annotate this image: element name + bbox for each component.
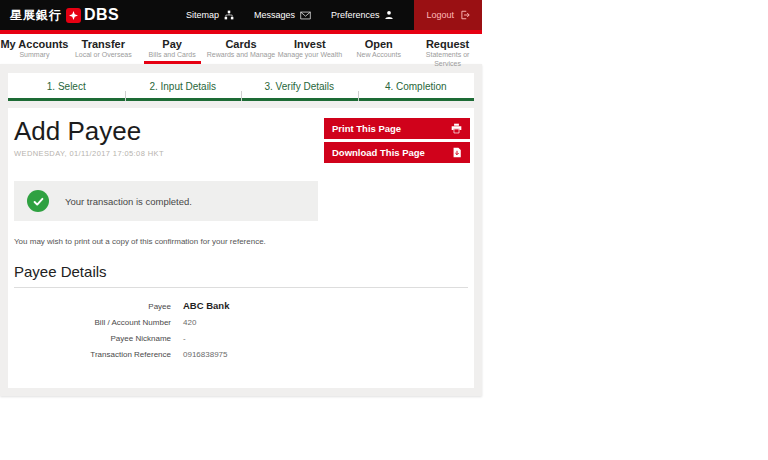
detail-row-account-number: Bill / Account Number 420 xyxy=(8,318,474,327)
nav-label: Cards xyxy=(207,38,276,50)
page-title: Add Payee xyxy=(14,116,164,146)
section-divider xyxy=(14,287,468,288)
nav-sublabel: Rewards and Manage xyxy=(207,50,276,59)
sitemap-link[interactable]: Sitemap xyxy=(186,10,234,20)
dbs-logo-text: DBS xyxy=(84,6,119,24)
detail-label: Payee Nickname xyxy=(8,334,171,343)
detail-label: Transaction Reference xyxy=(8,350,171,359)
step-verify-details: 3. Verify Details xyxy=(241,73,358,101)
success-message-text: Your transaction is completed. xyxy=(65,196,192,207)
logout-button[interactable]: Logout xyxy=(414,0,482,30)
detail-label: Payee xyxy=(8,302,171,311)
step-label: 1. Select xyxy=(47,81,86,92)
nav-sublabel: Summary xyxy=(0,50,69,59)
success-message-box: Your transaction is completed. xyxy=(14,181,318,221)
card-header: Add Payee WEDNESDAY, 01/11/2017 17:05:08… xyxy=(8,116,474,166)
sitemap-icon xyxy=(224,10,234,20)
step-completion: 4. Completion xyxy=(358,73,475,101)
preferences-link[interactable]: Preferences xyxy=(331,10,395,20)
nav-label: Invest xyxy=(275,38,344,50)
detail-value-payee: ABC Bank xyxy=(183,300,229,311)
nav-item-open[interactable]: Open New Accounts xyxy=(344,34,413,64)
step-label: 2. Input Details xyxy=(149,81,216,92)
step-input-details: 2. Input Details xyxy=(125,73,242,101)
main-content-card: Add Payee WEDNESDAY, 01/11/2017 17:05:08… xyxy=(8,108,474,388)
header-utility-links: Sitemap Messages Preferences Logout xyxy=(186,0,482,30)
download-this-page-button[interactable]: Download This Page xyxy=(324,142,470,163)
detail-row-transaction-reference: Transaction Reference 0916838975 xyxy=(8,350,474,359)
nav-item-invest[interactable]: Invest Manage your Wealth xyxy=(275,34,344,64)
nav-label: Transfer xyxy=(69,38,138,50)
dbs-logo[interactable]: 星展銀行 DBS xyxy=(10,6,186,24)
dbs-logo-mark-icon xyxy=(66,8,81,23)
title-block: Add Payee WEDNESDAY, 01/11/2017 17:05:08… xyxy=(14,116,164,158)
confirmation-note: You may wish to print out a copy of this… xyxy=(14,237,474,246)
step-label: 3. Verify Details xyxy=(265,81,334,92)
nav-item-cards[interactable]: Cards Rewards and Manage xyxy=(207,34,276,64)
nav-label: My Accounts xyxy=(0,38,69,50)
detail-value-account-number: 420 xyxy=(183,318,196,327)
nav-item-pay[interactable]: Pay Bills and Cards xyxy=(138,34,207,64)
print-this-page-button[interactable]: Print This Page xyxy=(324,118,470,139)
detail-row-payee: Payee ABC Bank xyxy=(8,300,474,311)
check-circle-icon xyxy=(27,190,49,212)
logout-button-label: Logout xyxy=(426,10,454,20)
nav-sublabel: Statements or Services xyxy=(413,50,482,68)
progress-steps: 1. Select 2. Input Details 3. Verify Det… xyxy=(8,73,474,101)
detail-row-nickname: Payee Nickname - xyxy=(8,334,474,343)
person-icon xyxy=(384,10,394,20)
nav-item-transfer[interactable]: Transfer Local or Overseas xyxy=(69,34,138,64)
step-select: 1. Select xyxy=(8,73,125,101)
content-region: 1. Select 2. Input Details 3. Verify Det… xyxy=(0,64,482,396)
print-button-label: Print This Page xyxy=(332,123,401,134)
main-navigation: My Accounts Summary Transfer Local or Ov… xyxy=(0,34,482,64)
nav-item-my-accounts[interactable]: My Accounts Summary xyxy=(0,34,69,64)
nav-item-request[interactable]: Request Statements or Services xyxy=(413,34,482,64)
nav-label: Request xyxy=(413,38,482,50)
download-button-label: Download This Page xyxy=(332,147,425,158)
dbs-banking-app: 星展銀行 DBS Sitemap Messages Preferences xyxy=(0,0,482,396)
nav-sublabel: Local or Overseas xyxy=(69,50,138,59)
nav-label: Pay xyxy=(138,38,207,50)
dbs-chinese-logo-text: 星展銀行 xyxy=(10,7,62,24)
detail-label: Bill / Account Number xyxy=(8,318,171,327)
messages-link-label: Messages xyxy=(254,10,295,20)
preferences-link-label: Preferences xyxy=(331,10,380,20)
detail-value-transaction-reference: 0916838975 xyxy=(183,350,228,359)
envelope-icon xyxy=(300,11,311,20)
payee-details-list: Payee ABC Bank Bill / Account Number 420… xyxy=(8,300,474,359)
sitemap-link-label: Sitemap xyxy=(186,10,219,20)
detail-value-nickname: - xyxy=(183,334,186,343)
messages-link[interactable]: Messages xyxy=(254,10,311,20)
step-label: 4. Completion xyxy=(385,81,447,92)
nav-label: Open xyxy=(344,38,413,50)
download-icon xyxy=(452,147,462,158)
nav-sublabel: Bills and Cards xyxy=(138,50,207,59)
logout-icon xyxy=(460,10,470,20)
payee-details-heading: Payee Details xyxy=(14,263,474,280)
page-actions: Print This Page Download This Page xyxy=(324,118,470,166)
nav-sublabel: Manage your Wealth xyxy=(275,50,344,59)
nav-sublabel: New Accounts xyxy=(344,50,413,59)
page-timestamp: WEDNESDAY, 01/11/2017 17:05:08 HKT xyxy=(14,149,164,158)
printer-icon xyxy=(451,123,462,134)
top-header-bar: 星展銀行 DBS Sitemap Messages Preferences xyxy=(0,0,482,30)
